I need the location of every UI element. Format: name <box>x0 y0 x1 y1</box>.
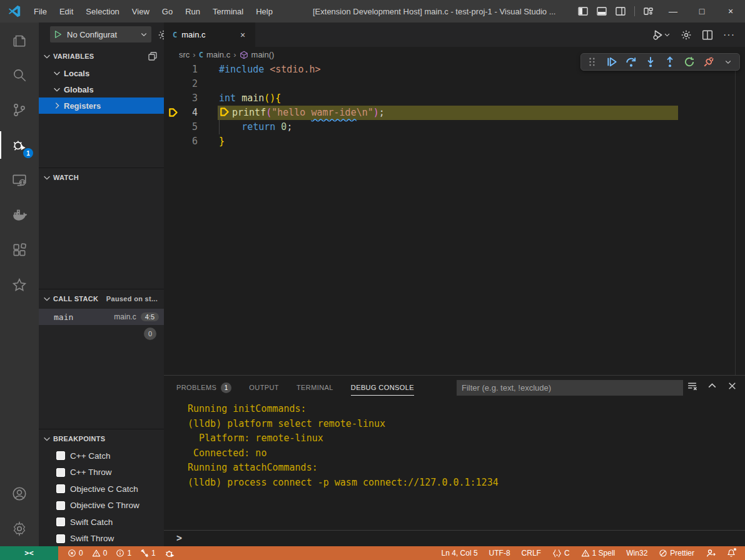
disconnect-button[interactable] <box>702 56 715 68</box>
tab-main-c[interactable]: C main.c × <box>164 22 255 47</box>
restart-button[interactable] <box>683 56 696 68</box>
maximize-panel-icon[interactable] <box>707 381 717 391</box>
activity-remote-explorer-icon[interactable] <box>0 162 39 198</box>
status-item-1[interactable]: 1 <box>111 546 136 560</box>
breakpoints-header[interactable]: BREAKPOINTS <box>39 431 164 446</box>
variables-header[interactable]: VARIABLES <box>39 49 164 64</box>
more-actions-icon[interactable]: ··· <box>723 29 735 41</box>
drag-grip[interactable] <box>586 56 599 68</box>
activity-star-icon[interactable] <box>0 268 39 302</box>
toolbar-chevron[interactable] <box>722 56 734 68</box>
bottom-panel: PROBLEMS1OUTPUTTERMINALDEBUG CONSOLE Run… <box>164 375 745 546</box>
panel-tab-terminal[interactable]: TERMINAL <box>296 376 333 399</box>
breakpoint-row[interactable]: C++ Catch <box>39 448 164 464</box>
activity-explorer-icon[interactable] <box>0 22 39 58</box>
run-or-debug-button[interactable] <box>652 29 671 41</box>
close-button[interactable]: × <box>716 0 745 22</box>
status-item-prettier[interactable]: Prettier <box>653 546 700 560</box>
status-item-1[interactable]: 1 <box>136 546 160 560</box>
console-filter-input[interactable] <box>457 380 683 396</box>
menu-run[interactable]: Run <box>179 0 206 22</box>
variables-row-globals[interactable]: Globals <box>39 81 164 98</box>
customize-layout-icon[interactable] <box>644 6 654 16</box>
collapse-all-icon[interactable] <box>148 51 158 61</box>
menu-view[interactable]: View <box>126 0 156 22</box>
debug-console-output[interactable]: Running initCommands:(lldb) platform sel… <box>164 402 745 531</box>
status-item-feedback-icon[interactable] <box>700 546 721 560</box>
continue-button[interactable] <box>606 56 618 68</box>
activity-source-control-icon[interactable] <box>0 92 39 128</box>
chevron-down-icon <box>43 52 51 61</box>
remote-indicator[interactable]: >< <box>0 546 58 560</box>
activity-search-icon[interactable] <box>0 58 39 92</box>
menu-go[interactable]: Go <box>156 0 179 22</box>
breadcrumb-item[interactable]: src <box>179 50 190 59</box>
variables-row-locals[interactable]: Locals <box>39 65 164 81</box>
close-panel-icon[interactable] <box>727 381 737 391</box>
debug-console-input[interactable]: > <box>164 530 745 545</box>
toggle-panel-icon[interactable] <box>597 6 607 16</box>
status-item-bell-icon[interactable] <box>721 546 741 560</box>
toggle-sidebar-icon[interactable] <box>578 6 588 16</box>
status-item-win32[interactable]: Win32 <box>621 546 653 560</box>
breakpoint-checkbox[interactable] <box>56 484 65 493</box>
call-stack-header[interactable]: CALL STACK Paused on st... <box>39 291 164 306</box>
breakpoint-row[interactable]: C++ Throw <box>39 464 164 481</box>
call-stack-frame[interactable]: main main.c 4:5 <box>39 309 164 325</box>
activity-settings-icon[interactable] <box>0 511 39 546</box>
status-item-0[interactable]: 0 <box>63 546 88 560</box>
status-item-crlf[interactable]: CRLF <box>516 546 547 560</box>
breadcrumb-item[interactable]: main() <box>251 50 275 59</box>
panel-tab-problems[interactable]: PROBLEMS1 <box>176 376 231 399</box>
split-editor-icon[interactable] <box>702 29 713 41</box>
console-line: (lldb) process connect -p wasm connect:/… <box>164 476 745 491</box>
panel-tab-debug-console[interactable]: DEBUG CONSOLE <box>351 376 414 399</box>
breakpoint-checkbox[interactable] <box>56 534 65 543</box>
code-line-2: 2 <box>164 77 745 91</box>
console-line: Running attachCommands: <box>164 461 745 476</box>
debug-config-dropdown[interactable]: No Configurat <box>50 26 151 42</box>
status-item-ln-4-col-5[interactable]: Ln 4, Col 5 <box>436 546 484 560</box>
tab-bar: C main.c × ··· <box>164 22 745 47</box>
breakpoint-checkbox[interactable] <box>56 451 65 460</box>
menu-edit[interactable]: Edit <box>53 0 79 22</box>
tab-close-icon[interactable]: × <box>236 29 249 41</box>
activity-run-debug-icon[interactable]: 1 <box>0 128 39 162</box>
status-item-debug-status-icon[interactable] <box>160 546 180 560</box>
breadcrumb-item[interactable]: main.c <box>206 50 230 59</box>
menu-selection[interactable]: Selection <box>79 0 125 22</box>
step-over-button[interactable] <box>625 56 637 68</box>
activity-accounts-icon[interactable] <box>0 476 39 511</box>
breakpoint-checkbox[interactable] <box>56 501 65 510</box>
variables-row-registers[interactable]: Registers <box>39 98 164 114</box>
breakpoint-row[interactable]: Swift Throw <box>39 531 164 547</box>
minimize-button[interactable]: — <box>659 0 687 22</box>
start-debug-icon[interactable] <box>54 30 63 39</box>
maximize-button[interactable]: □ <box>687 0 716 22</box>
breakpoint-checkbox[interactable] <box>56 518 65 526</box>
menu-terminal[interactable]: Terminal <box>206 0 250 22</box>
menu-help[interactable]: Help <box>250 0 279 22</box>
activity-docker-icon[interactable] <box>0 198 39 232</box>
breakpoint-row[interactable]: Objective C Throw <box>39 498 164 514</box>
activity-extensions-icon[interactable] <box>0 232 39 268</box>
breakpoint-row[interactable]: Swift Catch <box>39 514 164 530</box>
status-item-0[interactable]: 0 <box>88 546 112 560</box>
step-into-button[interactable] <box>644 56 657 68</box>
step-out-button[interactable] <box>664 56 676 68</box>
status-item-utf-8[interactable]: UTF-8 <box>484 546 516 560</box>
gear-icon[interactable] <box>681 29 692 41</box>
panel-tab-output[interactable]: OUTPUT <box>249 376 279 399</box>
warning-icon <box>92 549 101 558</box>
clear-console-icon[interactable] <box>687 381 697 391</box>
status-item-1-spell[interactable]: 1 Spell <box>575 546 621 560</box>
breakpoint-checkbox[interactable] <box>56 468 65 477</box>
code-editor[interactable]: 1#include <stdio.h>23int main(){4printf(… <box>164 62 745 375</box>
menu-file[interactable]: File <box>28 0 53 22</box>
toggle-secondary-sidebar-icon[interactable] <box>616 6 626 16</box>
breakpoint-row[interactable]: Objective C Catch <box>39 481 164 497</box>
line-number: 1 <box>164 62 198 77</box>
watch-header[interactable]: WATCH <box>39 170 164 185</box>
launch-config-gear-icon[interactable] <box>158 29 164 41</box>
status-item-c[interactable]: C <box>547 546 575 560</box>
